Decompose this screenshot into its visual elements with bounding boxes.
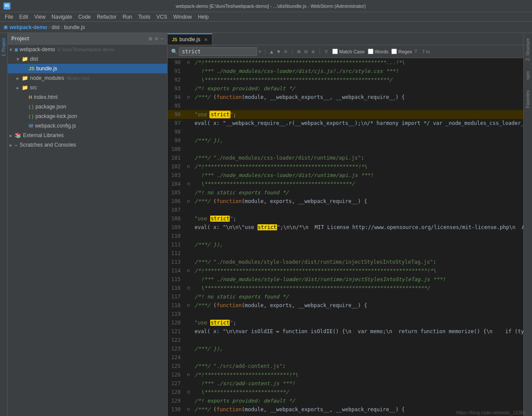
file-tree[interactable]: ▼ ▣ webpack-demo E:\liuniTest\webpack-de… bbox=[8, 45, 167, 416]
match-case-option[interactable]: Match Case bbox=[332, 49, 365, 54]
arrow-icon: ▶ bbox=[10, 143, 15, 147]
search-input[interactable] bbox=[179, 47, 257, 56]
code-line-96: 96 "use strict"; bbox=[168, 110, 523, 119]
structure-tab[interactable]: Z: Structure bbox=[525, 35, 531, 64]
tree-item-bundle-js[interactable]: JS bundle.js bbox=[8, 64, 167, 73]
add-icon[interactable]: ⊕ bbox=[149, 35, 152, 42]
code-line-125: 125 /***/ "./src/add-content.js": bbox=[168, 362, 523, 370]
tree-label-external-libraries: External Libraries bbox=[23, 132, 63, 138]
menu-edit[interactable]: Edit bbox=[16, 13, 31, 21]
minimize-icon[interactable]: — bbox=[161, 36, 164, 42]
find-usages-icon[interactable]: ⊙ bbox=[283, 48, 288, 56]
menu-refactor[interactable]: Refactor bbox=[94, 13, 119, 21]
code-line-101: 101 /***/ "./node_modules/css-loader/dis… bbox=[168, 154, 523, 162]
tree-item-package-lock-json[interactable]: { } package-lock.json bbox=[8, 111, 167, 121]
settings-icon[interactable]: ⚙ bbox=[155, 36, 158, 42]
words-label: Words bbox=[375, 49, 389, 54]
tree-item-webpack-demo[interactable]: ▼ ▣ webpack-demo E:\liuniTest\webpack-de… bbox=[8, 45, 167, 54]
more-search-icon[interactable]: ≡ bbox=[310, 48, 316, 56]
tab-close-icon[interactable]: ✕ bbox=[204, 37, 208, 42]
prev-match-icon[interactable]: ▲ bbox=[269, 48, 274, 56]
menu-bar: File Edit View Navigate Code Refactor Ru… bbox=[0, 12, 532, 22]
code-line-107: 107 bbox=[168, 206, 523, 214]
breadcrumb-icon: ▣ bbox=[3, 24, 8, 30]
tree-item-package-json[interactable]: { } package.json bbox=[8, 102, 167, 111]
words-option[interactable]: Words bbox=[368, 49, 389, 54]
tree-label-webpack-config: webpack.config.js bbox=[35, 123, 76, 129]
next-match-icon[interactable]: ▼ bbox=[276, 48, 281, 56]
breadcrumb: ▣ webpack-demo › dist › bundle.js bbox=[0, 22, 532, 33]
code-line-94: 94 ⊟ /***/ (function(module, __webpack_e… bbox=[168, 93, 523, 102]
tree-item-node-modules[interactable]: ▶ 📁 node_modules library root bbox=[8, 73, 167, 83]
sidebar-tab-project[interactable]: 1: Project bbox=[0, 35, 7, 60]
menu-vcs[interactable]: VCS bbox=[153, 13, 170, 21]
tree-label-index-html: index.html bbox=[34, 94, 58, 100]
breadcrumb-project[interactable]: webpack-demo bbox=[10, 24, 47, 30]
tree-label-webpack-demo: webpack-demo bbox=[20, 46, 55, 52]
code-line-108: 108 "use strict"; bbox=[168, 214, 523, 223]
breadcrumb-bundlejs[interactable]: bundle.js bbox=[64, 24, 85, 30]
remove-pattern-icon[interactable]: ⊟ bbox=[303, 48, 309, 56]
tab-label-bundle-js: bundle.js bbox=[179, 36, 200, 43]
code-line-118: 118 ⊟ /***/ (function(module, exports, _… bbox=[168, 301, 523, 310]
project-panel: Project ⊕ ⚙ — ▼ ▣ webpack-demo E:\liuniT… bbox=[8, 33, 168, 416]
code-line-99: 99 /***/ }), bbox=[168, 136, 523, 145]
npm-tab[interactable]: npm bbox=[525, 68, 531, 83]
menu-code[interactable]: Code bbox=[75, 13, 94, 21]
tree-item-index-html[interactable]: H index.html bbox=[8, 92, 167, 102]
code-editor[interactable]: 90 ⊟ /*!********************************… bbox=[168, 58, 523, 416]
code-line-112: 112 bbox=[168, 249, 523, 258]
words-checkbox[interactable] bbox=[368, 49, 373, 54]
favorites-tab[interactable]: Favorites bbox=[525, 87, 531, 111]
json-lock-icon: { } bbox=[29, 114, 34, 119]
help-icon[interactable]: ? bbox=[414, 49, 417, 54]
code-line-110: 110 bbox=[168, 232, 523, 240]
title-bar: WS webpack-demo [E:\liuniTest\webpack-de… bbox=[0, 0, 532, 12]
arrow-icon: ▶ bbox=[17, 76, 22, 81]
menu-tools[interactable]: Tools bbox=[135, 13, 153, 21]
tree-item-src[interactable]: ▶ 📁 src bbox=[8, 83, 167, 92]
tree-item-scratches[interactable]: ▶ ✏ Scratches and Consoles bbox=[8, 140, 167, 150]
search-separator3: | bbox=[318, 49, 321, 55]
tab-bar: JS bundle.js ✕ bbox=[168, 33, 523, 45]
menu-run[interactable]: Run bbox=[119, 13, 135, 21]
tree-item-dist[interactable]: ▼ 📁 dist bbox=[8, 54, 167, 64]
tree-item-webpack-config[interactable]: W webpack.config.js bbox=[8, 121, 167, 131]
arrow-icon: ▼ bbox=[17, 57, 22, 62]
json-file-icon: { } bbox=[29, 104, 34, 109]
tree-label-node-modules: node_modules bbox=[30, 75, 64, 81]
filter-icon[interactable]: ▽ bbox=[324, 48, 329, 56]
breadcrumb-dist[interactable]: dist bbox=[52, 24, 60, 30]
code-line-120: 120 "use strict"; bbox=[168, 318, 523, 327]
code-line-111: 111 /***/ }), bbox=[168, 240, 523, 249]
menu-help[interactable]: Help bbox=[195, 13, 212, 21]
menu-navigate[interactable]: Navigate bbox=[49, 13, 75, 21]
menu-view[interactable]: View bbox=[31, 13, 49, 21]
project-header-title: Project bbox=[11, 36, 146, 42]
editor-tab-bundle-js[interactable]: JS bundle.js ✕ bbox=[168, 33, 212, 45]
menu-window[interactable]: Window bbox=[170, 13, 195, 21]
arrow-icon: ▼ bbox=[10, 47, 15, 52]
js-cfg-icon: W bbox=[29, 123, 33, 128]
tree-item-external-libraries[interactable]: ▶ 📚 External Libraries bbox=[8, 131, 167, 140]
arrow-icon: ▶ bbox=[17, 85, 22, 90]
code-line-104: 104 ⊟ \*********************************… bbox=[168, 180, 523, 188]
add-pattern-icon[interactable]: ⊞ bbox=[296, 48, 302, 56]
code-line-97: 97 eval( x: "__webpack_require__.r(__web… bbox=[168, 119, 523, 128]
code-line-126: 126 ⊟ /*!***************************!*\ bbox=[168, 370, 523, 379]
code-line-90: 90 ⊟ /*!********************************… bbox=[168, 58, 523, 67]
match-case-checkbox[interactable] bbox=[332, 49, 338, 54]
code-line-93: 93 /*! exports provided: default */ bbox=[168, 84, 523, 93]
tree-label-bundle-js: bundle.js bbox=[36, 66, 57, 72]
code-line-102: 102 ⊟ /*!*******************************… bbox=[168, 162, 523, 171]
code-line-91: 91 !*** ./node_modules/css-loader/dist/c… bbox=[168, 67, 523, 75]
regex-checkbox[interactable] bbox=[391, 49, 397, 54]
search-separator2: | bbox=[291, 49, 294, 55]
code-line-106: 106 ⊟ /***/ (function(module, exports, _… bbox=[168, 197, 523, 206]
match-case-label: Match Case bbox=[339, 49, 365, 54]
code-line-113: 113 /***/ "./node_modules/style-loader/d… bbox=[168, 258, 523, 266]
clear-search-icon[interactable]: ✕ bbox=[258, 49, 261, 54]
scratch-icon: ✏ bbox=[15, 142, 18, 148]
regex-option[interactable]: Regex bbox=[391, 49, 412, 54]
menu-file[interactable]: File bbox=[2, 13, 16, 21]
